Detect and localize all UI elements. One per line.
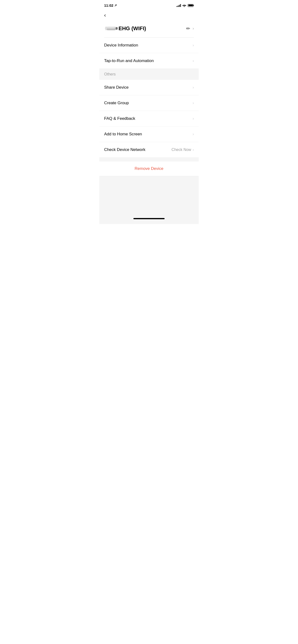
remove-device-label: Remove Device [135,166,163,171]
battery-icon [188,4,194,7]
back-chevron-icon[interactable]: ‹ [104,12,106,18]
remove-device-button[interactable]: Remove Device [99,162,199,176]
check-device-network-label: Check Device Network [104,147,145,152]
edit-icon[interactable]: ✏ [186,26,190,32]
share-device-item[interactable]: Share Device › [99,80,199,95]
main-menu-section: Device Information › Tap-to-Run and Auto… [99,38,199,69]
time-display: 11:02 [104,3,113,8]
device-information-right: › [193,43,194,48]
location-icon: ↗ [114,4,117,7]
device-information-chevron: › [193,43,194,48]
add-home-screen-label: Add to Home Screen [104,132,142,136]
wifi-icon [182,4,186,7]
share-device-label: Share Device [104,85,129,90]
home-indicator [133,218,165,219]
signal-icon [177,4,181,7]
add-home-screen-right: › [193,132,194,136]
bottom-area [99,176,199,224]
others-label: Others [104,72,116,76]
check-device-network-item[interactable]: Check Device Network Check Now › [99,142,199,158]
back-button[interactable]: ‹ [99,9,199,20]
create-group-right: › [193,101,194,105]
share-device-right: › [193,85,194,90]
check-device-network-right: Check Now › [172,148,194,152]
device-icon [104,24,118,32]
device-title: EHG (WIFI) [118,26,186,32]
check-device-network-chevron: › [193,148,194,152]
others-menu-section: Share Device › Create Group › FAQ & Feed… [99,80,199,158]
svg-rect-0 [106,26,116,30]
svg-rect-1 [116,27,117,30]
add-home-screen-chevron: › [193,132,194,136]
create-group-chevron: › [193,101,194,105]
svg-point-3 [105,26,107,30]
faq-feedback-chevron: › [193,116,194,121]
share-device-chevron: › [193,85,194,90]
add-home-screen-item[interactable]: Add to Home Screen › [99,126,199,142]
tap-to-run-item[interactable]: Tap-to-Run and Automation › [99,53,199,69]
header-chevron-icon[interactable]: › [193,26,194,31]
tap-to-run-chevron: › [193,59,194,63]
device-information-item[interactable]: Device Information › [99,38,199,53]
remove-device-section: Remove Device [99,158,199,176]
tap-to-run-right: › [193,59,194,63]
check-now-value: Check Now [172,148,191,152]
header-actions: ✏ › [186,26,194,32]
create-group-label: Create Group [104,100,129,106]
status-icons [177,4,194,7]
faq-feedback-right: › [193,116,194,121]
status-time: 11:02 ↗ [104,3,117,8]
device-information-label: Device Information [104,43,138,48]
device-header: EHG (WIFI) ✏ › [99,20,199,38]
others-section-header: Others [99,69,199,80]
status-bar: 11:02 ↗ [99,0,199,9]
tap-to-run-label: Tap-to-Run and Automation [104,58,154,63]
create-group-item[interactable]: Create Group › [99,95,199,111]
faq-feedback-item[interactable]: FAQ & Feedback › [99,111,199,126]
faq-feedback-label: FAQ & Feedback [104,116,135,121]
